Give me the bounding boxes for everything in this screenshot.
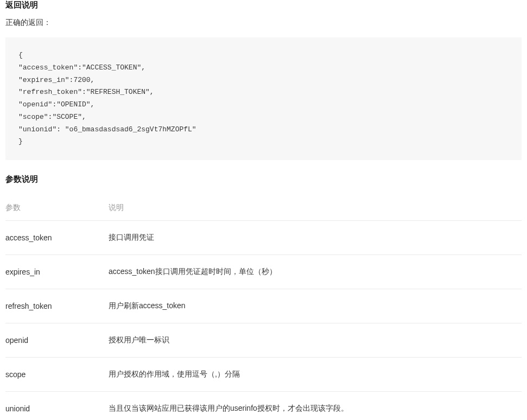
param-name-cell: expires_in: [5, 255, 109, 289]
param-name-cell: openid: [5, 323, 109, 358]
table-row: unionid当且仅当该网站应用已获得该用户的userinfo授权时，才会出现该…: [5, 392, 522, 421]
param-name-cell: scope: [5, 358, 109, 392]
code-block: { "access_token":"ACCESS_TOKEN", "expire…: [5, 37, 522, 160]
correct-return-label: 正确的返回：: [5, 18, 522, 28]
param-desc-cell: 当且仅当该网站应用已获得该用户的userinfo授权时，才会出现该字段。: [109, 392, 522, 421]
param-name-cell: unionid: [5, 392, 109, 421]
table-row: refresh_token用户刷新access_token: [5, 289, 522, 323]
param-name-cell: access_token: [5, 221, 109, 255]
table-row: access_token接口调用凭证: [5, 221, 522, 255]
params-description-title: 参数说明: [5, 174, 522, 184]
table-header-param: 参数: [5, 195, 109, 221]
param-name-cell: refresh_token: [5, 289, 109, 323]
param-desc-cell: 接口调用凭证: [109, 221, 522, 255]
param-desc-cell: 用户刷新access_token: [109, 289, 522, 323]
param-desc-cell: access_token接口调用凭证超时时间，单位（秒）: [109, 255, 522, 289]
params-table: 参数 说明 access_token接口调用凭证expires_inaccess…: [5, 195, 522, 420]
table-header-desc: 说明: [109, 195, 522, 221]
param-desc-cell: 用户授权的作用域，使用逗号（,）分隔: [109, 358, 522, 392]
param-desc-cell: 授权用户唯一标识: [109, 323, 522, 358]
table-row: openid授权用户唯一标识: [5, 323, 522, 358]
table-row: scope用户授权的作用域，使用逗号（,）分隔: [5, 358, 522, 392]
table-row: expires_inaccess_token接口调用凭证超时时间，单位（秒）: [5, 255, 522, 289]
return-description-title: 返回说明: [5, 0, 522, 10]
